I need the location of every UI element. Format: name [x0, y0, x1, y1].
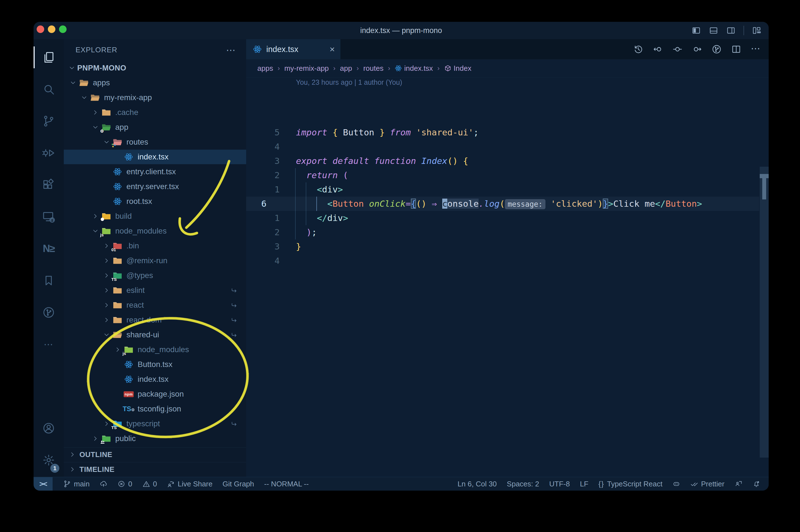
double-check-icon: [690, 480, 698, 488]
tree-item-public[interactable]: public: [64, 431, 246, 446]
tree-item-react-dom[interactable]: react-dom: [64, 313, 246, 327]
status-item-live-share[interactable]: Live Share: [167, 480, 212, 488]
code-token: Button: [332, 198, 364, 209]
panel-bottom-icon[interactable]: [709, 26, 718, 35]
code-line-2[interactable]: 2 return (: [246, 168, 759, 183]
panel-right-icon[interactable]: [726, 26, 736, 35]
code-line-5[interactable]: 5import { Button } from 'shared-ui';: [246, 125, 759, 139]
outline-section[interactable]: OUTLINE: [64, 447, 246, 461]
tree-item-routes[interactable]: routes: [64, 135, 246, 149]
activity-bar-item-bookmarks[interactable]: [34, 265, 64, 297]
breadcrumb-item-my-remix-app[interactable]: my-remix-app: [284, 64, 329, 73]
code-area[interactable]: You, 23 hours ago | 1 author (You) 5impo…: [246, 77, 769, 477]
tree-item-pnpm-mono[interactable]: PNPM-MONO: [64, 61, 246, 75]
status-item-problems-errors[interactable]: 0: [117, 480, 132, 488]
activity-bar-item-explorer[interactable]: [34, 41, 64, 73]
code-line-3[interactable]: 3}: [246, 240, 759, 254]
timeline-history-button[interactable]: [633, 44, 643, 54]
tree-item-root-tsx[interactable]: root.tsx: [64, 194, 246, 209]
activity-bar-item-remote-explorer[interactable]: [34, 201, 64, 233]
status-item-sync-changes[interactable]: [100, 480, 108, 488]
status-item-vim-mode[interactable]: -- NORMAL --: [264, 480, 308, 488]
explorer-more-actions-icon[interactable]: ⋯: [226, 47, 236, 53]
tree-item-my-remix-app[interactable]: my-remix-app: [64, 90, 246, 105]
tree-item--remix-run[interactable]: @remix-run: [64, 253, 246, 268]
tree-item-shared-ui[interactable]: shared-ui: [64, 327, 246, 342]
chevron-right-icon: [92, 213, 99, 220]
code-token: [546, 198, 551, 209]
panel-left-filled-icon[interactable]: [691, 26, 701, 35]
tree-item-apps[interactable]: apps: [64, 76, 246, 90]
tree-item-entry-server-tsx[interactable]: entry.server.tsx: [64, 179, 246, 194]
vertical-scrollbar[interactable]: [760, 167, 769, 458]
status-item-feedback[interactable]: [735, 480, 742, 488]
split-editor-button[interactable]: [731, 44, 741, 54]
activity-bar-item-more-views[interactable]: ⋯: [34, 328, 64, 360]
status-item-eol-sequence[interactable]: LF: [580, 480, 588, 488]
status-item-cursor-position[interactable]: Ln 6, Col 30: [458, 480, 497, 488]
status-item-git-branch[interactable]: main: [63, 480, 90, 488]
tree-item--cache[interactable]: .cache: [64, 105, 246, 120]
tree-item-react[interactable]: react: [64, 298, 246, 312]
activity-bar-item-source-control[interactable]: [34, 105, 64, 137]
breadcrumb-item-index[interactable]: Index: [444, 64, 472, 73]
files-icon: [42, 51, 55, 64]
overview-ruler-cursor-marker: [762, 178, 766, 200]
tab-index-tsx[interactable]: index.tsx ×: [246, 39, 340, 59]
tree-item-button-tsx[interactable]: Button.tsx: [64, 357, 246, 372]
activity-bar-item-accounts[interactable]: [34, 412, 64, 444]
nav-forward-button[interactable]: [692, 44, 702, 54]
more-actions-button[interactable]: ⋯: [751, 45, 761, 53]
breadcrumb-item-app[interactable]: app: [340, 64, 352, 73]
tree-item-typescript[interactable]: TStypescript: [64, 417, 246, 431]
status-item-remote-indicator[interactable]: ><: [34, 477, 53, 491]
code-line-4[interactable]: 4: [246, 139, 759, 154]
tree-item--types[interactable]: TS@types: [64, 268, 246, 283]
breadcrumb-item-index-tsx[interactable]: index.tsx: [395, 64, 433, 73]
activity-bar-item-git-graph[interactable]: [34, 297, 64, 328]
status-item-git-graph[interactable]: Git Graph: [223, 480, 254, 488]
code-line-4[interactable]: 4: [246, 254, 759, 268]
activity-bar-item-extensions[interactable]: [34, 169, 64, 201]
code-line-3[interactable]: 3export default function Index() {: [246, 154, 759, 168]
code-token: 'shared-ui': [416, 127, 473, 137]
status-item-encoding[interactable]: UTF-8: [549, 480, 570, 488]
tree-item-index-tsx[interactable]: index.tsx: [64, 372, 246, 386]
timeline-section[interactable]: TIMELINE: [64, 462, 246, 476]
tree-item-node-modules[interactable]: jsnode_modules: [64, 224, 246, 238]
tree-item-eslint[interactable]: eslint: [64, 283, 246, 298]
title-bar[interactable]: index.tsx — pnpm-mono: [34, 22, 769, 39]
activity-bar-item-settings[interactable]: 1: [34, 444, 64, 476]
activity-bar-item-search[interactable]: [34, 73, 64, 105]
code-line-1[interactable]: 1 <div>: [246, 183, 759, 197]
tree-item-package-json[interactable]: npmpackage.json: [64, 387, 246, 401]
breadcrumb-item-routes[interactable]: routes: [363, 64, 383, 73]
status-item-indentation[interactable]: Spaces: 2: [507, 480, 539, 488]
status-item-formatter-prettier[interactable]: Prettier: [690, 480, 724, 488]
tree-item-build[interactable]: build: [64, 209, 246, 224]
code-line-2[interactable]: 2 );: [246, 225, 759, 240]
code-line-1[interactable]: 1 </div>: [246, 211, 759, 225]
code-line-6-current[interactable]: 6 <Button onClick={() ⇒ console.log(mess…: [246, 197, 759, 211]
git-graph-view-button[interactable]: [711, 44, 722, 54]
tree-item-app[interactable]: ⚙app: [64, 120, 246, 135]
tree-item-index-tsx[interactable]: index.tsx: [64, 150, 246, 164]
code-token: >: [697, 198, 702, 209]
chevron-right-icon: [67, 464, 78, 475]
tree-item-entry-client-tsx[interactable]: entry.client.tsx: [64, 165, 246, 179]
nav-current-button[interactable]: [672, 44, 683, 54]
activity-bar-item-nx-console[interactable]: N≥: [34, 233, 64, 265]
close-tab-icon[interactable]: ×: [329, 45, 335, 54]
status-item-notifications[interactable]: [753, 480, 760, 488]
tree-item-tsconfig-json[interactable]: TS⚙tsconfig.json: [64, 402, 246, 416]
status-item-problems-warnings[interactable]: 0: [142, 480, 157, 488]
tree-item-node-modules[interactable]: jsnode_modules: [64, 342, 246, 357]
status-item-language-mode[interactable]: {}TypeScript React: [598, 480, 663, 488]
status-item-copilot[interactable]: [672, 480, 680, 488]
layout-customize-icon[interactable]: [752, 26, 761, 35]
breadcrumb-item-apps[interactable]: apps: [258, 64, 273, 73]
activity-bar: N≥⋯ 1: [34, 39, 64, 477]
nav-back-button[interactable]: [653, 44, 663, 54]
activity-bar-item-run-debug[interactable]: [34, 137, 64, 169]
tree-item--bin[interactable]: 01.bin: [64, 239, 246, 253]
